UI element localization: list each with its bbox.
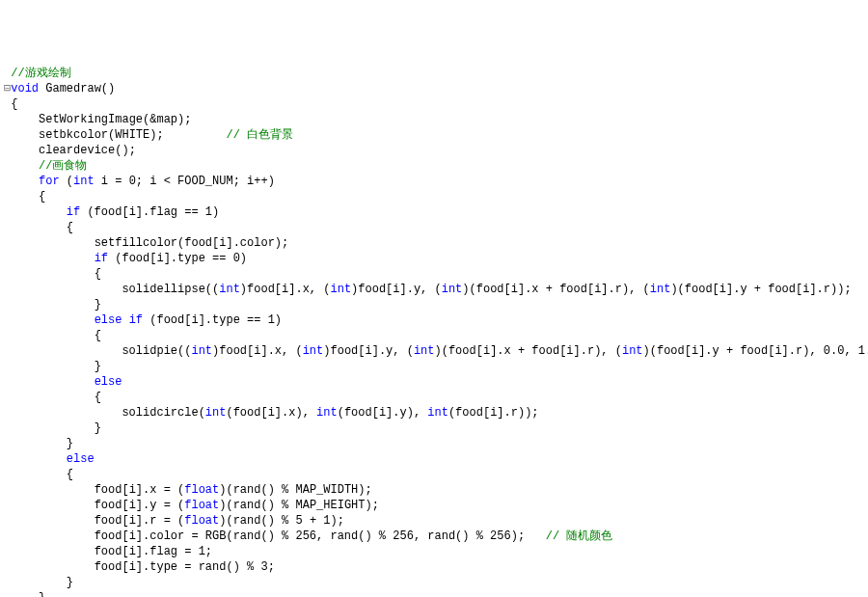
code-line[interactable]: if (food[i].type == 0) — [4, 251, 868, 266]
code-line[interactable]: food[i].y = (float)(rand() % MAP_HEIGHT)… — [4, 498, 868, 513]
code-text: { — [95, 391, 101, 404]
indent — [11, 329, 94, 342]
type-name: int — [205, 406, 227, 420]
keyword: void — [11, 82, 39, 95]
code-text: solidellipse(( — [122, 283, 219, 296]
code-line[interactable]: { — [4, 467, 868, 482]
code-text: (food[i].y), — [338, 406, 428, 420]
indent — [11, 298, 94, 312]
code-text: (food[i].x), — [226, 406, 316, 420]
type-name: int — [330, 283, 351, 296]
code-line[interactable]: setfillcolor(food[i].color); — [4, 235, 868, 251]
code-line[interactable]: ⊟void Gamedraw() — [4, 81, 868, 96]
indent — [11, 190, 39, 204]
code-text: )(rand() % MAP_WIDTH); — [219, 483, 371, 497]
indent — [11, 267, 94, 281]
type-name: int — [650, 283, 671, 296]
code-line[interactable]: food[i].r = (float)(rand() % 5 + 1); — [4, 513, 868, 529]
code-line[interactable]: } — [4, 575, 868, 590]
code-text: food[i].color = RGB(rand() % 256, rand()… — [95, 529, 546, 543]
indent — [11, 375, 94, 389]
code-line[interactable]: for (int i = 0; i < FOOD_NUM; i++) — [4, 174, 868, 189]
code-line[interactable]: //画食物 — [4, 158, 868, 174]
type-name: int — [191, 344, 212, 358]
code-line[interactable]: else — [4, 451, 868, 467]
type-name: float — [184, 514, 219, 528]
code-text: )(rand() % MAP_HEIGHT); — [219, 499, 379, 512]
code-line[interactable]: { — [4, 390, 868, 405]
code-text: food[i].r = ( — [95, 514, 185, 528]
code-text: } — [67, 437, 73, 450]
keyword: for — [39, 175, 60, 188]
indent — [11, 591, 39, 597]
indent — [11, 437, 67, 450]
code-line[interactable]: food[i].type = rand() % 3; — [4, 559, 868, 575]
code-line[interactable]: } — [4, 590, 868, 597]
type-name: int — [442, 283, 463, 296]
code-text: food[i].x = ( — [95, 483, 185, 497]
code-text: food[i].y = ( — [95, 499, 185, 512]
indent — [11, 391, 94, 404]
code-line[interactable]: { — [4, 220, 868, 235]
indent — [11, 468, 67, 481]
code-line[interactable]: solidcircle(int(food[i].x), int(food[i].… — [4, 405, 868, 421]
code-text: (food[i].r)); — [448, 406, 539, 420]
code-text: )(food[i].x + food[i].r), ( — [462, 283, 649, 296]
code-line[interactable]: } — [4, 436, 868, 451]
indent — [11, 283, 122, 296]
code-line[interactable]: } — [4, 359, 868, 374]
code-line[interactable]: food[i].color = RGB(rand() % 256, rand()… — [4, 529, 868, 544]
code-line[interactable]: { — [4, 96, 868, 112]
indent — [11, 360, 94, 373]
code-line[interactable]: { — [4, 189, 868, 204]
code-text: )(food[i].y + food[i].r), 0.0, 1.5 — [643, 344, 868, 358]
type-name: int — [303, 344, 324, 358]
code-text: i = 0; i < FOOD_NUM; i++) — [95, 175, 275, 188]
code-text: SetWorkingImage(&map); — [39, 113, 191, 126]
code-line[interactable]: { — [4, 266, 868, 282]
code-line[interactable]: { — [4, 328, 868, 343]
code-line[interactable]: //游戏绘制 — [4, 66, 868, 81]
code-line[interactable]: if (food[i].flag == 1) — [4, 204, 868, 220]
code-line[interactable]: setbkcolor(WHITE); // 白色背景 — [4, 127, 868, 143]
code-text: } — [39, 591, 45, 597]
code-line[interactable]: SetWorkingImage(&map); — [4, 112, 868, 127]
code-text: food[i].flag = 1; — [95, 545, 212, 558]
code-line[interactable]: solidpie((int)food[i].x, (int)food[i].y,… — [4, 343, 868, 359]
code-text: )(food[i].y + food[i].r)); — [670, 283, 851, 296]
code-editor-view: //游戏绘制⊟void Gamedraw() { SetWorkingImage… — [4, 66, 868, 597]
code-text: } — [67, 576, 73, 589]
code-line[interactable]: cleardevice(); — [4, 143, 868, 158]
code-text: Gamedraw() — [39, 82, 115, 95]
indent — [11, 452, 67, 466]
comment: // 随机颜色 — [546, 529, 613, 543]
code-text: food[i].type = rand() % 3; — [95, 560, 275, 574]
code-text: } — [95, 298, 101, 312]
code-line[interactable]: } — [4, 421, 868, 436]
code-line[interactable]: solidellipse((int)food[i].x, (int)food[i… — [4, 282, 868, 297]
code-line[interactable]: else if (food[i].type == 1) — [4, 312, 868, 328]
code-text: solidcircle( — [122, 406, 204, 420]
indent — [11, 421, 94, 435]
type-name: int — [427, 406, 448, 420]
type-name: int — [219, 283, 240, 296]
code-text: (food[i].type == 1) — [143, 313, 282, 327]
type-name: int — [316, 406, 338, 420]
code-text: solidpie(( — [122, 344, 191, 358]
keyword: if — [129, 313, 143, 327]
keyword: else — [95, 375, 122, 389]
code-text: )(rand() % 5 + 1); — [219, 514, 344, 528]
code-text: } — [95, 421, 101, 435]
code-line[interactable]: food[i].x = (float)(rand() % MAP_WIDTH); — [4, 482, 868, 498]
indent — [11, 205, 67, 219]
comment: // 白色背景 — [226, 128, 293, 142]
indent — [11, 576, 67, 589]
code-line[interactable]: } — [4, 297, 868, 312]
code-text: cleardevice(); — [39, 144, 136, 157]
code-text: { — [67, 468, 73, 481]
keyword: if — [95, 252, 108, 265]
code-line[interactable]: else — [4, 374, 868, 390]
code-text: setbkcolor(WHITE); — [39, 128, 226, 142]
type-name: int — [73, 175, 95, 188]
code-line[interactable]: food[i].flag = 1; — [4, 544, 868, 559]
